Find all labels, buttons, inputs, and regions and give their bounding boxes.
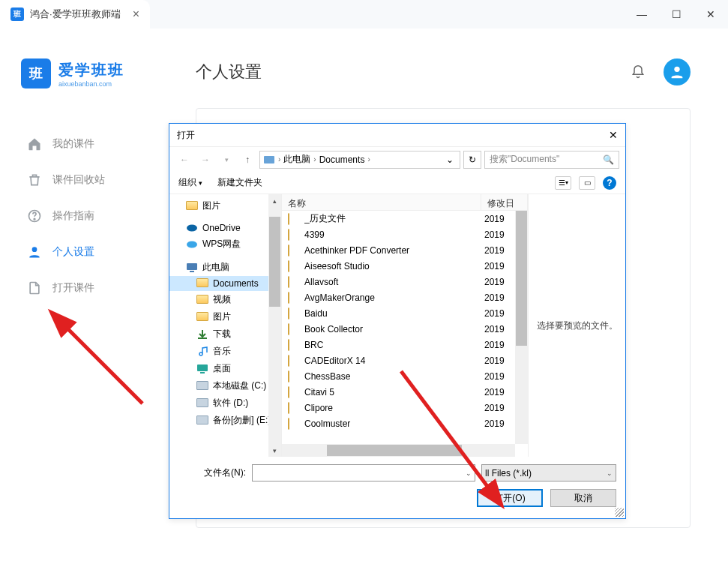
- folder-icon: [288, 245, 300, 256]
- tree-item-icon: [196, 398, 208, 409]
- minimize-button[interactable]: —: [625, 0, 659, 28]
- avatar[interactable]: [664, 58, 691, 86]
- file-row[interactable]: AvgMakerOrange2019: [282, 290, 528, 305]
- preview-placeholder: 选择要预览的文件。: [537, 320, 618, 332]
- logo-subtitle: aixuebanban.com: [58, 80, 124, 88]
- page-header: 个人设置: [196, 58, 691, 86]
- folder-icon: [288, 403, 300, 413]
- tree-item[interactable]: 此电脑: [169, 259, 281, 276]
- tree-item[interactable]: WPS网盘: [169, 236, 281, 253]
- sidebar-item-2[interactable]: 操作指南: [21, 198, 143, 234]
- notifications-icon[interactable]: [631, 64, 646, 80]
- new-folder-button[interactable]: 新建文件夹: [217, 176, 262, 189]
- breadcrumb[interactable]: › 此电脑 › Documents › ⌄: [259, 151, 460, 169]
- breadcrumb-item[interactable]: Documents: [319, 154, 365, 165]
- tree-item[interactable]: OneDrive: [169, 220, 281, 236]
- tree-item-label: 本地磁盘 (C:): [213, 380, 266, 392]
- file-row[interactable]: 43992019: [282, 226, 528, 242]
- tree-item[interactable]: 图片: [169, 197, 281, 214]
- cancel-button[interactable]: 取消: [550, 489, 616, 507]
- svg-rect-10: [200, 372, 205, 374]
- file-row[interactable]: BRC2019: [282, 337, 528, 352]
- scroll-up-icon[interactable]: ▴: [268, 194, 281, 207]
- search-input[interactable]: 搜索"Documents" 🔍: [484, 151, 619, 169]
- file-name: Aiseesoft Studio: [304, 261, 484, 272]
- nav-forward-icon[interactable]: →: [196, 151, 214, 169]
- scroll-down-icon[interactable]: ▾: [268, 444, 281, 457]
- tree-item[interactable]: 桌面: [169, 360, 281, 377]
- tab-close-icon[interactable]: ×: [133, 8, 139, 21]
- nav-recent-icon[interactable]: ▾: [217, 151, 235, 169]
- tree-scrollbar[interactable]: ▴ ▾: [268, 194, 281, 457]
- svg-point-5: [187, 225, 197, 232]
- file-row[interactable]: Acethinker PDF Converter2019: [282, 242, 528, 258]
- dialog-title: 打开: [177, 129, 195, 142]
- refresh-icon[interactable]: ↻: [463, 151, 481, 169]
- folder-icon: [288, 387, 300, 398]
- file-name: 4399: [304, 230, 484, 240]
- nav-up-icon[interactable]: ↑: [238, 151, 256, 169]
- column-date[interactable]: 修改日: [481, 194, 528, 210]
- file-row[interactable]: Aiseesoft Studio2019: [282, 258, 528, 274]
- scroll-thumb[interactable]: [269, 217, 280, 307]
- dialog-titlebar: 打开 ✕: [169, 124, 625, 146]
- scroll-thumb[interactable]: [516, 211, 527, 346]
- tree-item-label: 此电脑: [202, 261, 229, 274]
- organize-menu[interactable]: 组织 ▾: [178, 176, 202, 189]
- file-name: _历史文件: [304, 212, 484, 225]
- resize-grip[interactable]: [615, 508, 624, 517]
- file-icon: [27, 280, 42, 296]
- svg-point-3: [674, 67, 679, 72]
- tree-item-icon: [196, 346, 208, 357]
- sidebar-item-3[interactable]: 个人设置: [21, 234, 143, 270]
- file-name: BRC: [304, 340, 484, 350]
- svg-line-11: [64, 325, 142, 404]
- help-icon: [27, 208, 42, 224]
- tree-item[interactable]: 备份[勿删] (E:): [169, 412, 281, 429]
- file-row[interactable]: Book Collector2019: [282, 321, 528, 337]
- logo-title: 爱学班班: [58, 60, 124, 80]
- logo-badge-icon: 班: [21, 58, 51, 88]
- tree-item-icon: [196, 381, 208, 392]
- close-button[interactable]: ✕: [694, 0, 728, 28]
- sidebar-item-0[interactable]: 我的课件: [21, 126, 143, 162]
- column-name[interactable]: 名称: [282, 194, 481, 210]
- svg-rect-7: [187, 263, 197, 270]
- nav-back-icon[interactable]: ←: [175, 151, 193, 169]
- folder-icon: [263, 154, 275, 166]
- folder-icon: [288, 292, 300, 303]
- file-row[interactable]: Baidu2019: [282, 305, 528, 321]
- file-row[interactable]: Allavsoft2019: [282, 274, 528, 290]
- annotation-arrow: [390, 360, 510, 512]
- tree-item[interactable]: 本地磁盘 (C:): [169, 377, 281, 394]
- tree-item[interactable]: 图片: [169, 308, 281, 326]
- breadcrumb-item[interactable]: 此电脑: [283, 153, 310, 166]
- tree-item[interactable]: 视频: [169, 291, 281, 308]
- tree-item[interactable]: 音乐: [169, 343, 281, 360]
- preview-pane-icon[interactable]: ▭: [579, 176, 595, 190]
- sidebar-item-1[interactable]: 课件回收站: [21, 162, 143, 198]
- view-mode-icon[interactable]: ☰ ▾: [555, 176, 571, 190]
- sidebar-item-4[interactable]: 打开课件: [21, 270, 143, 306]
- help-icon[interactable]: ?: [603, 176, 616, 190]
- dialog-close-icon[interactable]: ✕: [609, 129, 618, 141]
- person-icon: [27, 244, 42, 260]
- file-scrollbar-v[interactable]: [515, 211, 528, 444]
- home-icon: [27, 136, 42, 152]
- folder-icon: [288, 277, 300, 287]
- folder-icon: [288, 261, 300, 272]
- tree-item[interactable]: Documents: [169, 276, 281, 291]
- sidebar: 班 爱学班班 aixuebanban.com 我的课件课件回收站操作指南个人设置…: [0, 28, 158, 576]
- app-tab[interactable]: 班 鸿合·爱学班班教师端 ×: [0, 0, 150, 28]
- file-name: Allavsoft: [304, 277, 484, 287]
- preview-pane: 选择要预览的文件。: [528, 194, 625, 457]
- tree-item[interactable]: 软件 (D:): [169, 394, 281, 412]
- tree-item[interactable]: 下载: [169, 326, 281, 343]
- chevron-down-icon[interactable]: ⌄: [443, 154, 457, 165]
- file-row[interactable]: _历史文件2019: [282, 211, 528, 226]
- page-title: 个人设置: [196, 61, 262, 83]
- folder-tree[interactable]: 图片OneDriveWPS网盘此电脑Documents视频图片下载音乐桌面本地磁…: [169, 194, 282, 457]
- svg-rect-4: [264, 156, 274, 164]
- maximize-button[interactable]: ☐: [659, 0, 694, 28]
- chevron-right-icon: ›: [313, 155, 316, 164]
